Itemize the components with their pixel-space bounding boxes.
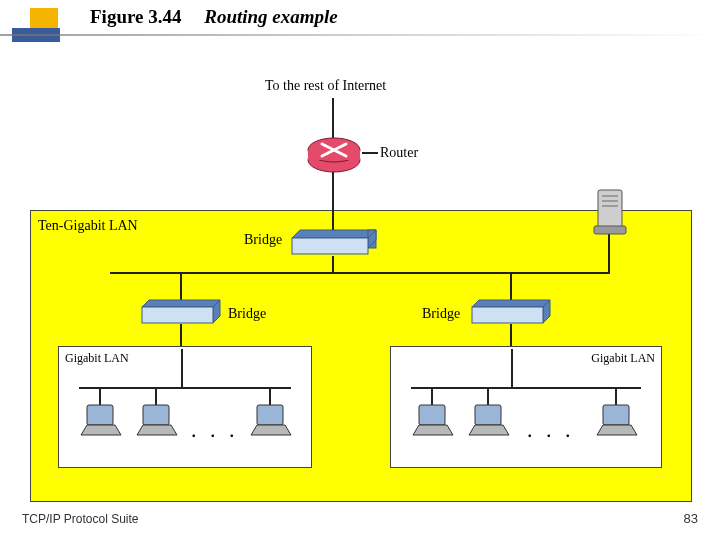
right-lan-uplink xyxy=(511,349,513,387)
svg-rect-22 xyxy=(257,405,283,425)
svg-rect-6 xyxy=(292,238,368,254)
svg-rect-28 xyxy=(603,405,629,425)
svg-marker-21 xyxy=(137,425,177,435)
link-left-bridge-seg xyxy=(180,324,182,348)
laptop-icon xyxy=(81,405,121,441)
figure-number: Figure 3.44 xyxy=(90,6,181,27)
svg-rect-18 xyxy=(87,405,113,425)
bridge-top-label: Bridge xyxy=(244,232,282,248)
bridge-left-icon xyxy=(142,300,220,326)
bridge-right-label: Bridge xyxy=(422,306,460,322)
svg-marker-23 xyxy=(251,425,291,435)
laptop-icon xyxy=(597,405,637,441)
svg-rect-8 xyxy=(594,226,626,234)
internet-label: To the rest of Internet xyxy=(265,78,386,94)
backbone-bus xyxy=(110,272,610,274)
link-router-bridge xyxy=(332,172,334,232)
routing-diagram: To the rest of Internet Router Ten-Gigab… xyxy=(30,60,690,480)
laptop-icon xyxy=(137,405,177,441)
svg-marker-25 xyxy=(413,425,453,435)
footer-text: TCP/IP Protocol Suite xyxy=(22,512,139,526)
left-ellipsis: . . . xyxy=(191,417,239,443)
server-icon xyxy=(590,190,630,238)
svg-marker-19 xyxy=(81,425,121,435)
svg-marker-29 xyxy=(597,425,637,435)
left-lan-bus xyxy=(79,387,291,389)
svg-rect-26 xyxy=(475,405,501,425)
svg-marker-12 xyxy=(142,300,220,307)
page-number: 83 xyxy=(684,511,698,526)
right-ellipsis: . . . xyxy=(527,417,575,443)
svg-rect-20 xyxy=(143,405,169,425)
link-bridge-bus xyxy=(332,256,334,272)
svg-marker-3 xyxy=(292,230,376,238)
bridge-left-label: Bridge xyxy=(228,306,266,322)
svg-rect-24 xyxy=(419,405,445,425)
slide-corner-decoration xyxy=(12,8,72,68)
figure-caption: Routing example xyxy=(204,6,338,27)
router-label: Router xyxy=(380,145,418,161)
left-lan-segment: Gigabit LAN . . . xyxy=(58,346,312,468)
slide: Figure 3.44 Routing example To the rest … xyxy=(0,0,720,540)
svg-rect-14 xyxy=(142,307,213,323)
bridge-right-icon xyxy=(472,300,550,326)
slide-title: Figure 3.44 Routing example xyxy=(90,6,338,28)
link-bus-left-bridge xyxy=(180,272,182,302)
left-lan-uplink xyxy=(181,349,183,387)
title-underline xyxy=(0,34,720,36)
right-lan-segment: Gigabit LAN . . . xyxy=(390,346,662,468)
router-label-leader xyxy=(362,152,378,154)
right-lan-label: Gigabit LAN xyxy=(591,351,655,366)
right-lan-bus xyxy=(411,387,641,389)
svg-rect-17 xyxy=(472,307,543,323)
bridge-top-icon xyxy=(292,230,376,258)
link-bus-right-bridge xyxy=(510,272,512,302)
svg-marker-15 xyxy=(472,300,550,307)
svg-marker-27 xyxy=(469,425,509,435)
left-lan-label: Gigabit LAN xyxy=(65,351,129,366)
laptop-icon xyxy=(251,405,291,441)
router-icon xyxy=(306,132,362,174)
backbone-lan-label: Ten-Gigabit LAN xyxy=(38,218,138,234)
link-right-bridge-seg xyxy=(510,324,512,348)
laptop-icon xyxy=(469,405,509,441)
laptop-icon xyxy=(413,405,453,441)
